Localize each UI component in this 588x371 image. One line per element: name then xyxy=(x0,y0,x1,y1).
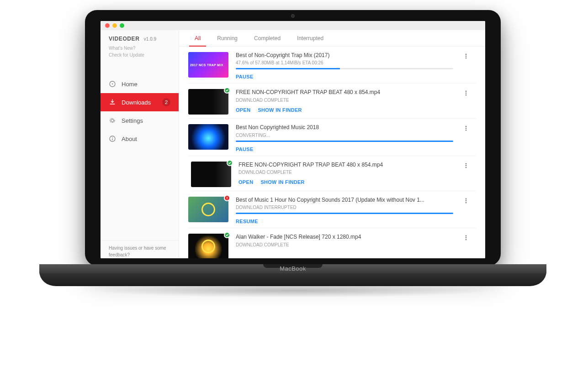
resume-button[interactable]: RESUME xyxy=(236,219,258,224)
svg-point-2 xyxy=(112,137,113,138)
row-menu-button[interactable] xyxy=(461,89,471,115)
open-button[interactable]: OPEN xyxy=(238,179,253,185)
download-status: DOWNLOAD COMPLETE xyxy=(238,170,453,175)
check-icon xyxy=(224,232,230,238)
nav-label: Downloads xyxy=(122,99,151,106)
check-icon xyxy=(227,160,233,166)
sidebar: VIDEODER v1.0.9 What's New? Check for Up… xyxy=(101,30,179,258)
pause-button[interactable]: PAUSE xyxy=(236,74,254,79)
progress-bar xyxy=(236,68,453,69)
nav-settings[interactable]: Settings xyxy=(101,111,179,130)
macbook-label: MacBook xyxy=(39,265,546,272)
nav-downloads[interactable]: Downloads 2 xyxy=(101,93,179,111)
show-in-finder-button[interactable]: SHOW IN FINDER xyxy=(260,179,304,185)
whats-new-link[interactable]: What's New? xyxy=(109,45,170,52)
download-title: Alan Walker - Fade [NCS Release] 720 x 1… xyxy=(236,234,453,240)
download-status: DOWNLOAD COMPLETE xyxy=(236,242,453,247)
nav-home[interactable]: Home xyxy=(101,75,179,93)
thumbnail: 2017 NCS TRAP MIX xyxy=(188,52,228,78)
progress-bar xyxy=(236,213,453,214)
svg-point-4 xyxy=(466,54,466,55)
svg-point-14 xyxy=(466,165,466,166)
svg-point-7 xyxy=(466,91,466,92)
download-title: Best Non Copyrighted Music 2018 xyxy=(236,124,453,131)
download-status: DOWNLOAD INTERRUPTED xyxy=(236,205,453,210)
check-update-link[interactable]: Check for Update xyxy=(109,52,170,58)
row-menu-button[interactable] xyxy=(461,197,471,224)
camera xyxy=(291,14,295,18)
download-status: 47.6% of 57.80MiB at 1.14MiB/s ETA 00:26 xyxy=(236,60,453,65)
svg-point-13 xyxy=(466,163,466,164)
svg-rect-16 xyxy=(227,197,227,199)
svg-point-10 xyxy=(466,126,466,127)
thumbnail xyxy=(188,124,228,150)
app-window: VIDEODER v1.0.9 What's New? Check for Up… xyxy=(101,21,485,258)
download-title: FREE NON-COPYRIGHT RAP TRAP BEAT 480 x 8… xyxy=(236,89,453,95)
download-row: FREE NON-COPYRIGHT RAP TRAP BEAT 480 x 8… xyxy=(188,84,476,119)
error-icon xyxy=(224,195,230,201)
svg-rect-3 xyxy=(112,138,112,140)
svg-point-6 xyxy=(466,57,466,58)
tab-running[interactable]: Running xyxy=(215,31,239,46)
thumbnail xyxy=(191,162,231,187)
svg-point-11 xyxy=(466,128,466,129)
svg-point-20 xyxy=(466,202,466,203)
nav-about[interactable]: About xyxy=(101,130,179,148)
download-title: FREE NON-COPYRIGHT RAP TRAP BEAT 480 x 8… xyxy=(238,162,453,168)
tab-all[interactable]: All xyxy=(193,31,202,46)
pause-button[interactable]: PAUSE xyxy=(236,146,254,152)
download-icon xyxy=(109,99,116,106)
nav-label: About xyxy=(122,136,137,142)
tab-interrupted[interactable]: Interrupted xyxy=(295,31,325,46)
download-list: 2017 NCS TRAP MIXBest of Non-Copyright T… xyxy=(179,47,485,258)
screen-bezel: VIDEODER v1.0.9 What's New? Check for Up… xyxy=(85,10,501,266)
svg-point-9 xyxy=(466,94,466,95)
sidebar-footer-text: Having issues or have some feedback? xyxy=(109,245,170,258)
download-row: Alan Walker - Fade [NCS Release] 720 x 1… xyxy=(188,228,476,258)
download-status: CONVERTING... xyxy=(236,133,453,138)
svg-point-19 xyxy=(466,200,466,201)
info-icon xyxy=(109,135,116,142)
app-title: VIDEODER xyxy=(109,36,139,42)
row-menu-button[interactable] xyxy=(461,234,471,258)
download-status: DOWNLOAD COMPLETE xyxy=(236,98,453,103)
svg-point-8 xyxy=(466,93,466,94)
nav-label: Home xyxy=(122,81,138,88)
svg-point-21 xyxy=(466,235,466,236)
row-menu-button[interactable] xyxy=(461,124,471,152)
maximize-window-button[interactable] xyxy=(120,23,124,28)
download-row: Best of Music 1 Hour No Copyright Sounds… xyxy=(188,191,476,228)
laptop-base: MacBook xyxy=(39,264,546,286)
minimize-window-button[interactable] xyxy=(112,23,117,28)
thumbnail xyxy=(188,234,228,258)
thumbnail xyxy=(188,197,228,222)
download-title: Best of Music 1 Hour No Copyright Sounds… xyxy=(236,197,453,203)
download-row: Best Non Copyrighted Music 2018CONVERTIN… xyxy=(188,119,476,156)
progress-bar xyxy=(236,141,453,142)
compass-icon xyxy=(109,80,116,88)
window-titlebar xyxy=(101,21,485,30)
open-button[interactable]: OPEN xyxy=(236,107,250,113)
show-in-finder-button[interactable]: SHOW IN FINDER xyxy=(258,107,302,113)
downloads-badge: 2 xyxy=(162,98,170,106)
svg-point-15 xyxy=(466,167,466,168)
tab-completed[interactable]: Completed xyxy=(252,31,282,46)
svg-point-5 xyxy=(466,56,466,57)
svg-point-22 xyxy=(466,237,466,238)
svg-point-12 xyxy=(466,130,466,131)
laptop-mockup: VIDEODER v1.0.9 What's New? Check for Up… xyxy=(85,10,501,290)
thumbnail xyxy=(188,89,228,115)
svg-rect-17 xyxy=(227,199,227,199)
tabs: All Running Completed Interrupted xyxy=(179,30,485,47)
row-menu-button[interactable] xyxy=(461,52,471,79)
download-row: 2017 NCS TRAP MIXBest of Non-Copyright T… xyxy=(188,47,476,84)
nav-label: Settings xyxy=(122,117,143,124)
app-version: v1.0.9 xyxy=(144,37,156,42)
row-menu-button[interactable] xyxy=(461,162,471,187)
gear-icon xyxy=(109,117,116,124)
download-title: Best of Non-Copyright Trap Mix (2017) xyxy=(236,52,453,58)
check-icon xyxy=(224,87,230,94)
close-window-button[interactable] xyxy=(105,23,110,28)
svg-point-18 xyxy=(466,199,466,199)
download-row: FREE NON-COPYRIGHT RAP TRAP BEAT 480 x 8… xyxy=(191,156,476,191)
